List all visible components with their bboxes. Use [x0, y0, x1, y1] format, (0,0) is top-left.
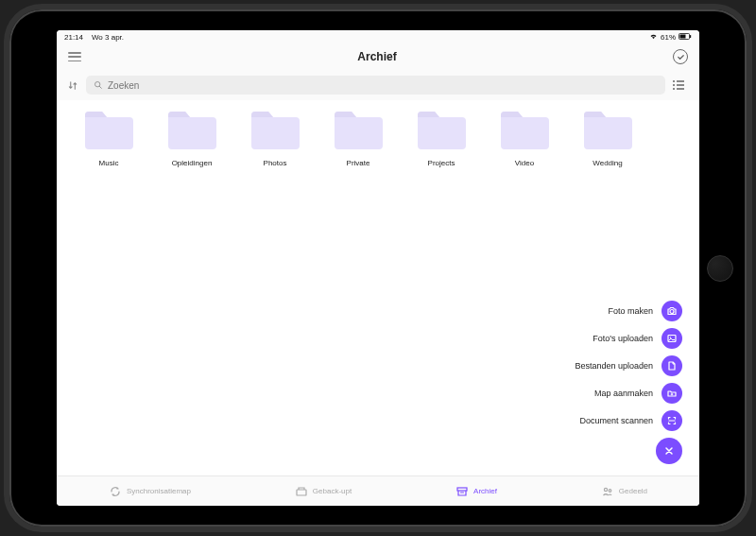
fab-label: Foto's uploaden [593, 334, 653, 343]
fab-action[interactable]: Document scannen [579, 410, 682, 431]
status-left: 21:14 Wo 3 apr. [64, 33, 124, 42]
tab-label: Archief [473, 487, 497, 495]
search-icon [94, 80, 103, 90]
shared-icon [601, 485, 614, 498]
fab-close-button[interactable] [656, 438, 682, 464]
status-time: 21:14 [64, 33, 83, 42]
menu-icon[interactable] [68, 52, 81, 61]
folder-plus-icon[interactable] [662, 383, 682, 404]
folder-icon [582, 108, 634, 151]
tab-label: Geback-upt [313, 487, 352, 495]
folder-name: Wedding [593, 159, 622, 167]
home-button[interactable] [707, 255, 733, 282]
svg-rect-2 [690, 35, 691, 38]
battery-percent: 61% [661, 33, 676, 42]
folder-name: Video [515, 159, 534, 167]
folder-icon [249, 108, 301, 151]
sort-button[interactable] [68, 80, 78, 91]
archive-icon [455, 485, 469, 498]
fab-label: Foto maken [608, 306, 653, 316]
battery-icon [679, 33, 692, 42]
svg-rect-1 [680, 34, 686, 38]
ipad-device-frame: 21:14 Wo 3 apr. 61% Archief [9, 9, 747, 527]
tab-backup[interactable]: Geback-upt [295, 485, 352, 498]
status-right: 61% [649, 33, 692, 42]
scan-icon[interactable] [662, 410, 682, 431]
fab-action[interactable]: Foto maken [608, 301, 682, 321]
svg-rect-9 [297, 490, 306, 495]
folder-item[interactable]: Video [495, 108, 554, 167]
svg-point-12 [604, 488, 607, 491]
folder-name: Opleidingen [172, 159, 213, 167]
svg-rect-10 [457, 488, 467, 491]
folder-item[interactable]: Music [79, 108, 138, 167]
fab-menu: Foto maken Foto's uploaden Bestanden upl… [575, 301, 682, 464]
backup-icon [295, 485, 308, 498]
tab-shared[interactable]: Gedeeld [601, 485, 647, 498]
tab-label: Gedeeld [619, 487, 647, 495]
folder-item[interactable]: Projects [412, 108, 471, 167]
folder-name: Projects [428, 159, 455, 167]
fab-action[interactable]: Foto's uploaden [593, 328, 682, 349]
page-title: Archief [357, 50, 396, 63]
folder-name: Music [99, 159, 119, 167]
fab-label: Map aanmaken [594, 389, 653, 398]
folder-icon [499, 108, 551, 151]
toolbar [57, 70, 699, 100]
select-mode-button[interactable] [673, 49, 688, 64]
folder-icon [416, 108, 468, 151]
folder-icon [166, 108, 218, 151]
image-icon[interactable] [662, 328, 682, 349]
tab-sync[interactable]: Synchronisatiemap [109, 485, 191, 498]
folder-grid: Music Opleidingen Photos Private Project… [60, 108, 696, 167]
search-input[interactable] [108, 80, 658, 91]
wifi-icon [649, 33, 658, 42]
tab-archive[interactable]: Archief [455, 485, 497, 498]
nav-bar: Archief [57, 43, 699, 70]
svg-point-5 [670, 310, 674, 314]
folder-name: Private [347, 159, 370, 167]
fab-label: Bestanden uploaden [575, 361, 653, 371]
svg-line-4 [99, 86, 101, 88]
file-icon[interactable] [662, 355, 682, 376]
fab-label: Document scannen [579, 416, 653, 425]
camera-icon[interactable] [662, 301, 682, 321]
folder-item[interactable]: Photos [246, 108, 304, 167]
folder-icon [333, 108, 385, 151]
sync-icon [109, 485, 122, 498]
view-toggle-button[interactable] [673, 80, 688, 90]
tab-label: Synchronisatiemap [127, 487, 191, 495]
folder-icon [83, 108, 135, 151]
folder-item[interactable]: Wedding [578, 108, 637, 167]
folder-name: Photos [264, 159, 287, 167]
tab-bar: SynchronisatiemapGeback-uptArchiefGedeel… [57, 475, 699, 506]
screen: 21:14 Wo 3 apr. 61% Archief [57, 30, 699, 506]
folder-item[interactable]: Opleidingen [163, 108, 221, 167]
search-box[interactable] [86, 76, 665, 95]
status-date: Wo 3 apr. [92, 33, 124, 42]
folder-item[interactable]: Private [329, 108, 387, 167]
fab-action[interactable]: Bestanden uploaden [575, 355, 682, 376]
svg-point-13 [609, 489, 611, 492]
status-bar: 21:14 Wo 3 apr. 61% [57, 30, 699, 43]
fab-action[interactable]: Map aanmaken [594, 383, 682, 404]
